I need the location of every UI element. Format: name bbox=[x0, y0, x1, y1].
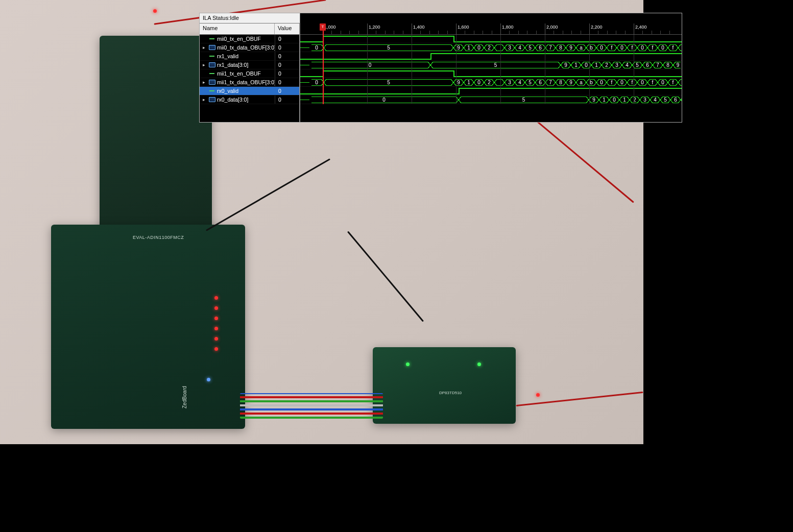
expand-icon[interactable]: ▸ bbox=[201, 45, 207, 50]
bit-signal-icon bbox=[208, 88, 215, 94]
bus-value-label: 0 bbox=[585, 62, 588, 68]
bus-value-label: 4 bbox=[654, 97, 657, 103]
bus-segment: 0 bbox=[311, 62, 428, 68]
col-header-name[interactable]: Name bbox=[200, 23, 275, 34]
ruler-major-tick: 2,200 bbox=[589, 23, 603, 35]
bus-segment: 5 bbox=[326, 79, 451, 86]
bus-value-label: 0 bbox=[613, 97, 616, 103]
wave-lane-rx1-valid[interactable] bbox=[300, 52, 682, 61]
bus-value-label: 5 bbox=[528, 45, 532, 51]
bus-transition-icon bbox=[624, 44, 630, 51]
wave-lane-mii0-txdata[interactable]: 0591023456789ab0f0f0f0f bbox=[300, 43, 682, 52]
wave-lane-rx1-data[interactable]: 05910123456789 bbox=[300, 61, 682, 69]
bit-signal-icon bbox=[208, 36, 215, 42]
time-ruler[interactable]: 1,0001,2001,4001,6001,8002,0002,2002,400 bbox=[300, 23, 682, 35]
signal-row-mii0_tx_data_obuf30[interactable]: ▸mii0_tx_data_OBUF[3:0]0 bbox=[200, 43, 299, 52]
bus-value-label: 1 bbox=[595, 62, 598, 68]
bus-value-label: 0 bbox=[600, 45, 603, 51]
bus-value-label: 6 bbox=[674, 97, 677, 103]
gridline bbox=[545, 95, 545, 104]
col-header-value[interactable]: Value bbox=[275, 23, 299, 34]
signal-value: 0 bbox=[275, 43, 299, 52]
wave-segment bbox=[300, 59, 430, 60]
bus-value-label: 0 bbox=[600, 80, 603, 85]
bus-transition-icon bbox=[461, 44, 466, 51]
ruler-minor-tick bbox=[598, 31, 598, 35]
gridline bbox=[589, 43, 590, 52]
ruler-minor-tick bbox=[509, 31, 510, 35]
bus-value-label: f bbox=[672, 45, 674, 51]
bus-value-label: 5 bbox=[387, 80, 390, 85]
bus-transition-icon bbox=[635, 79, 640, 86]
expand-icon[interactable]: ▸ bbox=[201, 80, 207, 85]
bus-transition-icon bbox=[553, 79, 558, 86]
ruler-minor-tick bbox=[642, 31, 643, 35]
bus-transition-icon bbox=[533, 44, 538, 51]
bus-segment: 5 bbox=[461, 96, 587, 103]
board-label-dp83: DP83TD510 bbox=[439, 391, 462, 395]
bus-transition-icon bbox=[482, 44, 487, 51]
signal-row-rx0_valid[interactable]: rx0_valid0 bbox=[200, 87, 299, 95]
gridline bbox=[412, 43, 412, 52]
board-label-zed: ZedBoard bbox=[182, 386, 187, 408]
gridline bbox=[589, 78, 590, 86]
ruler-minor-tick bbox=[349, 31, 350, 35]
ruler-minor-tick bbox=[394, 31, 394, 35]
bus-value-label: b bbox=[590, 45, 593, 51]
gridline bbox=[456, 95, 456, 104]
gridline bbox=[545, 61, 545, 69]
bus-value-label: 7 bbox=[549, 80, 552, 85]
gridline bbox=[367, 61, 368, 69]
bus-transition-icon bbox=[543, 79, 548, 86]
bus-transition-icon bbox=[543, 44, 548, 51]
wave-lane-mii1-txdata[interactable]: 0591023456789ab0f0f0f0f bbox=[300, 78, 682, 87]
wave-lane-mii1-txen[interactable] bbox=[300, 69, 682, 78]
ruler-minor-tick bbox=[483, 31, 483, 35]
bus-value-label: 7 bbox=[656, 62, 659, 68]
gridline bbox=[589, 69, 590, 78]
signal-row-rx0_data30[interactable]: ▸rx0_data[3:0]0 bbox=[200, 95, 299, 104]
bus-transition-icon bbox=[471, 79, 476, 86]
signal-row-mii1_tx_en_obuf[interactable]: mii1_tx_en_OBUF0 bbox=[200, 69, 299, 78]
expand-icon[interactable]: ▸ bbox=[201, 97, 207, 102]
signal-row-mii0_tx_en_obuf[interactable]: mii0_tx_en_OBUF0 bbox=[200, 35, 299, 43]
signal-row-mii1_tx_data_obuf30[interactable]: ▸mii1_tx_data_OBUF[3:0]0 bbox=[200, 78, 299, 87]
wave-lane-mii0-txen[interactable] bbox=[300, 35, 682, 43]
led-icon bbox=[214, 296, 218, 300]
trigger-flag-icon[interactable]: T bbox=[320, 23, 326, 31]
wave-lane-rx0-data[interactable]: 05910123456 bbox=[300, 95, 682, 104]
gridline bbox=[367, 78, 368, 86]
bus-value-label: 7 bbox=[549, 45, 552, 51]
gridline bbox=[367, 69, 368, 78]
gridline bbox=[589, 35, 590, 43]
signal-value: 0 bbox=[275, 52, 299, 60]
bus-transition-icon bbox=[640, 62, 645, 68]
ruler-minor-tick bbox=[607, 31, 608, 35]
bus-transition-icon bbox=[676, 79, 681, 86]
bus-transition-icon bbox=[655, 79, 660, 86]
expand-icon[interactable]: ▸ bbox=[201, 62, 207, 67]
trigger-cursor[interactable] bbox=[323, 23, 324, 104]
wave-lane-rx0-valid[interactable] bbox=[300, 87, 682, 95]
bus-value-label: 0 bbox=[315, 80, 318, 85]
ruler-minor-tick bbox=[438, 31, 439, 35]
signal-row-rx1_valid[interactable]: rx1_valid0 bbox=[200, 52, 299, 61]
bus-transition-icon bbox=[492, 79, 497, 86]
ruler-minor-tick bbox=[447, 31, 448, 35]
ila-wave-area[interactable]: 1,0001,2001,4001,6001,8002,0002,2002,400… bbox=[300, 23, 682, 122]
gridline bbox=[500, 43, 501, 52]
ruler-minor-tick bbox=[536, 31, 537, 35]
ruler-minor-tick bbox=[385, 31, 386, 35]
ruler-minor-tick bbox=[465, 31, 465, 35]
bus-transition-icon bbox=[678, 96, 682, 103]
signal-row-rx1_data30[interactable]: ▸rx1_data[3:0]0 bbox=[200, 61, 299, 69]
bus-transition-icon bbox=[660, 62, 665, 68]
bus-signal-icon bbox=[208, 62, 215, 68]
gridline bbox=[456, 43, 456, 52]
bus-value-label: f bbox=[632, 45, 633, 51]
ruler-minor-tick bbox=[420, 31, 421, 35]
bus-transition-icon bbox=[586, 96, 591, 103]
gridline bbox=[412, 87, 412, 95]
bus-value-label: 5 bbox=[636, 62, 639, 68]
bus-value-label: f bbox=[672, 80, 674, 85]
